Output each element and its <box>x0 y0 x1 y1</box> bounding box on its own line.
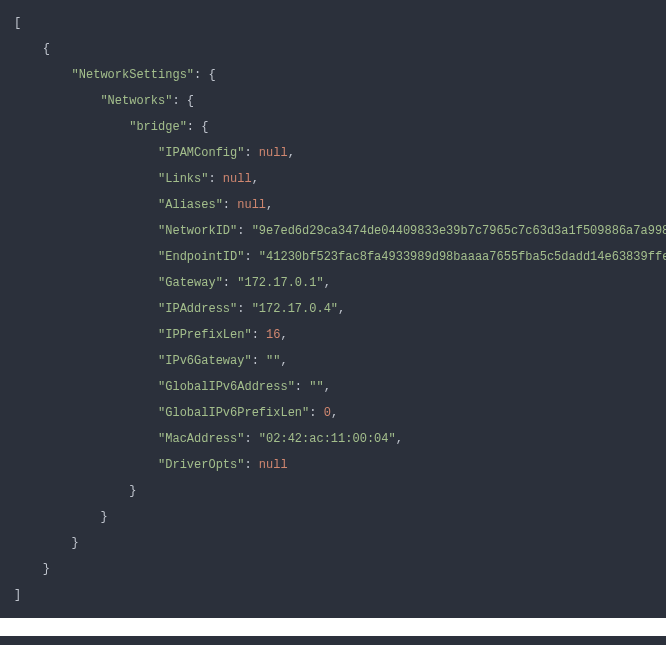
val-aliases: null <box>237 198 266 212</box>
key-ipv6gateway: "IPv6Gateway" <box>158 354 252 368</box>
brace-open-2: { <box>208 68 215 82</box>
val-macaddress: "02:42:ac:11:00:04" <box>259 432 396 446</box>
bracket-open: [ <box>14 16 21 30</box>
brace-close-1: } <box>43 562 50 576</box>
json-output-pre: [ { "NetworkSettings": { "Networks": { "… <box>14 10 652 608</box>
key-networksettings: "NetworkSettings" <box>72 68 194 82</box>
val-gateway: "172.17.0.1" <box>237 276 323 290</box>
brace-open-3: { <box>187 94 194 108</box>
val-globalipv6prefixlen: 0 <box>324 406 331 420</box>
key-aliases: "Aliases" <box>158 198 223 212</box>
key-macaddress: "MacAddress" <box>158 432 244 446</box>
json-output-block: [ { "NetworkSettings": { "Networks": { "… <box>0 0 666 618</box>
val-ipamconfig: null <box>259 146 288 160</box>
val-ipaddress: "172.17.0.4" <box>252 302 338 316</box>
val-driveropts: null <box>259 458 288 472</box>
command-block: docker inspect centos2_id <box>0 636 666 645</box>
key-bridge: "bridge" <box>129 120 187 134</box>
key-ipprefixlen: "IPPrefixLen" <box>158 328 252 342</box>
val-networkid: "9e7ed6d29ca3474de04409833e39b7c7965c7c6… <box>252 224 666 238</box>
val-globalipv6address: "" <box>309 380 323 394</box>
bracket-close: ] <box>14 588 21 602</box>
key-ipamconfig: "IPAMConfig" <box>158 146 244 160</box>
brace-open-4: { <box>201 120 208 134</box>
key-driveropts: "DriverOpts" <box>158 458 244 472</box>
key-ipaddress: "IPAddress" <box>158 302 237 316</box>
val-ipv6gateway: "" <box>266 354 280 368</box>
key-globalipv6prefixlen: "GlobalIPv6PrefixLen" <box>158 406 309 420</box>
key-links: "Links" <box>158 172 208 186</box>
brace-close-2: } <box>72 536 79 550</box>
brace-close-4: } <box>129 484 136 498</box>
key-globalipv6address: "GlobalIPv6Address" <box>158 380 295 394</box>
key-endpointid: "EndpointID" <box>158 250 244 264</box>
key-networkid: "NetworkID" <box>158 224 237 238</box>
key-gateway: "Gateway" <box>158 276 223 290</box>
brace-open-1: { <box>43 42 50 56</box>
val-links: null <box>223 172 252 186</box>
val-ipprefixlen: 16 <box>266 328 280 342</box>
val-endpointid: "41230bf523fac8fa4933989d98baaaa7655fba5… <box>259 250 666 264</box>
brace-close-3: } <box>100 510 107 524</box>
key-networks: "Networks" <box>100 94 172 108</box>
